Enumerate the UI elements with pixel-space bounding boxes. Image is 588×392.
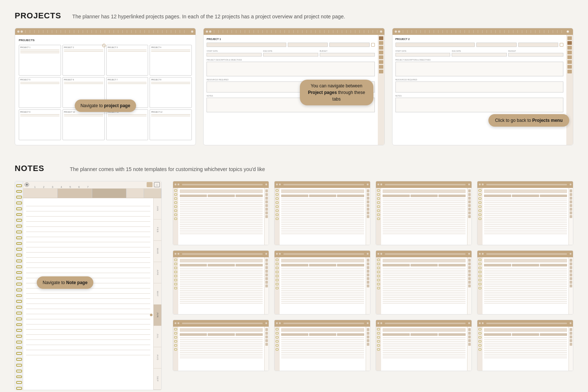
note-template-11[interactable] [376,320,472,371]
top-dot [380,253,382,255]
line [484,228,567,229]
month-tab-aug[interactable]: AUG [154,347,161,369]
note-template-3[interactable] [376,181,472,245]
note-header [484,259,567,262]
note-line [26,288,150,294]
right-tab [468,193,471,196]
month-tab-jan[interactable]: JAN [154,198,161,219]
proj2-tab-4[interactable] [567,51,572,54]
month-tab-may[interactable]: MAY [154,283,161,305]
proj-tab-8[interactable] [379,70,383,73]
proj2-tab-8[interactable] [567,70,572,73]
proj-cell-2[interactable]: PROJECT 2 [62,45,105,76]
top-bar-dot [191,30,193,33]
line [180,213,263,214]
tab [410,333,438,336]
note-template-10[interactable] [274,320,370,371]
proj-tab-4[interactable] [379,51,383,54]
proj-tab-3[interactable] [379,46,383,50]
notes-section-header: NOTES The planner comes with 15 note tem… [15,164,573,173]
note-template-1[interactable] [173,181,269,245]
proj-cell-label: PROJECT 1 [20,46,60,48]
note-card-inner [275,257,370,314]
line [281,224,364,225]
line [180,354,263,355]
note-card-top [173,320,269,327]
ring [377,279,380,281]
nav-tab-3[interactable] [92,189,127,198]
note-template-12[interactable] [477,320,573,371]
proj2-tab-5[interactable] [567,55,572,59]
proj2-tab-6[interactable] [567,60,572,64]
ring [478,348,481,351]
calendar-icon[interactable] [147,182,153,187]
proj-cell-9[interactable]: PROJECT 9 [19,109,61,140]
right-tab [367,273,369,276]
note-header [383,189,466,193]
note-template-6[interactable] [274,250,370,315]
line [383,217,466,218]
note-template-4[interactable] [477,181,573,245]
month-tab-sep[interactable]: SEP [154,369,161,390]
note-template-9[interactable] [173,320,269,371]
line [180,219,263,219]
line [281,348,364,349]
nav-tab-5[interactable] [144,189,161,198]
planner-ruler: 1 2 3 4 5 6 7 ⌂ [23,181,161,189]
nav-tab-2[interactable] [58,189,92,198]
back-circle[interactable] [566,30,569,33]
proj-tab-5[interactable] [379,55,383,59]
line [484,297,567,298]
proj2-tab-2[interactable] [567,41,572,45]
line [383,199,466,199]
home-nav-icon[interactable]: ⌂ [154,182,160,187]
home-icon[interactable] [25,182,29,187]
line [484,281,567,282]
spiral-ring [16,196,22,199]
tab [236,264,263,266]
line [484,301,567,302]
top-dot [479,253,481,255]
proj-tab-6[interactable] [379,60,383,64]
ring [276,267,279,269]
proj2-tab-1[interactable] [567,36,572,40]
line [281,279,364,280]
note-card-inner [477,327,573,371]
proj-cell-3[interactable]: PROJECT 3 [106,45,148,76]
note-template-5[interactable] [173,250,269,315]
proj-cell-1[interactable]: PROJECT 1 [19,45,61,76]
proj2-tab-3[interactable] [567,46,572,50]
note-line [26,258,150,263]
month-tab-jul[interactable]: JUL [154,326,161,347]
proj-cell-10[interactable]: PROJECT 10 [62,109,105,140]
ring [478,287,481,289]
month-tab-apr[interactable]: APR [154,262,161,283]
top-dot [265,253,267,255]
proj-cell-12[interactable]: PROJECT 12 [150,109,192,140]
proj-cell-8[interactable]: PROJECT 8 [150,77,192,108]
ring [276,340,279,342]
proj-cell-4[interactable]: PROJECT 4 [150,45,192,76]
line [484,357,567,358]
note-template-7[interactable] [376,250,472,315]
month-tab-feb[interactable]: FEB [154,219,161,241]
proj-tab-1[interactable] [379,36,383,40]
nav-tab-4[interactable] [126,189,144,198]
ring [478,263,481,265]
note-template-8[interactable] [477,250,573,315]
tab [208,195,235,197]
note-tabs [484,264,567,266]
proj-cell-11[interactable]: PROJECT 11 [106,109,148,140]
nav-tab-1[interactable] [23,189,58,198]
proj2-tab-7[interactable] [567,65,572,69]
month-tab-jun[interactable]: JUN [154,305,161,326]
line [383,284,466,285]
right-tab [265,266,268,269]
spiral-ring [16,242,22,245]
note-template-2[interactable] [274,181,370,245]
proj-tab-7[interactable] [379,65,383,69]
proj-cell-5[interactable]: PROJECT 5 [19,77,61,108]
proj-tab-2[interactable] [379,41,383,45]
month-tab-mar[interactable]: MAR [154,241,161,262]
note-line [26,319,150,324]
